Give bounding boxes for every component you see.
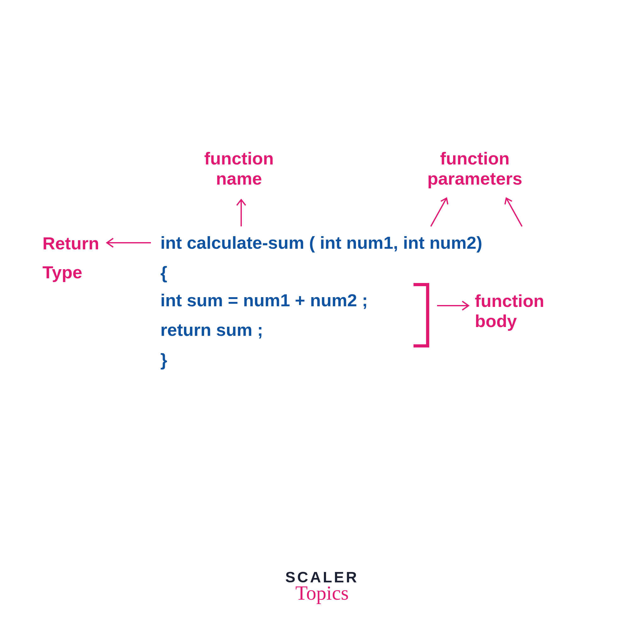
logo-topics-text: Topics xyxy=(285,583,358,603)
label-function-body-line2: body xyxy=(475,311,544,331)
label-function-name: function name xyxy=(186,148,292,189)
arrow-param2-icon xyxy=(505,198,522,226)
arrow-param1-icon xyxy=(431,198,448,226)
svg-line-1 xyxy=(431,198,447,226)
label-function-parameters-line2: parameters xyxy=(409,169,541,189)
code-body-line2: return sum ; xyxy=(160,321,263,339)
label-function-parameters-line1: function xyxy=(409,148,541,169)
code-signature: int calculate-sum ( int num1, int num2) xyxy=(160,234,482,252)
label-function-body: function body xyxy=(475,291,544,331)
label-return-type-line2: Type xyxy=(42,262,99,282)
svg-line-2 xyxy=(506,198,522,226)
label-function-parameters: function parameters xyxy=(409,148,541,189)
code-open-brace: { xyxy=(160,264,167,282)
arrow-function-body-icon xyxy=(437,301,469,310)
label-return-type: Return Type xyxy=(42,233,99,283)
code-close-brace: } xyxy=(160,351,167,369)
label-return-type-line1: Return xyxy=(42,233,99,253)
label-function-body-line1: function xyxy=(475,291,544,311)
bracket-body-icon xyxy=(415,285,428,346)
arrows-overlay xyxy=(0,0,644,644)
code-body-line1: int sum = num1 + num2 ; xyxy=(160,291,368,310)
arrow-function-name-icon xyxy=(237,200,246,226)
arrow-return-type-icon xyxy=(107,238,151,247)
label-function-name-line2: name xyxy=(186,169,292,189)
label-function-name-line1: function xyxy=(186,148,292,169)
diagram-canvas: function name function parameters Return… xyxy=(0,0,644,644)
logo: SCALER Topics xyxy=(285,570,358,603)
